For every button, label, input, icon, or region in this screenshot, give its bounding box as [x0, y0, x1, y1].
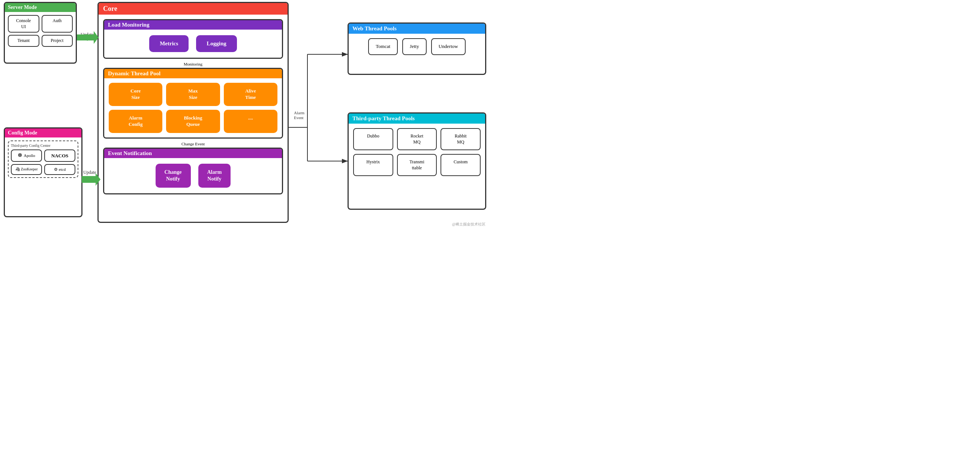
sm-console-ui: ConsoleUI — [8, 15, 39, 33]
sm-tenant: Tenant — [8, 35, 39, 47]
dp-core-size: CoreSize — [109, 83, 162, 106]
svg-text:Alarm: Alarm — [294, 111, 305, 115]
monitoring-label: Monitoring — [103, 62, 283, 66]
wtp-jetty: Jetty — [402, 38, 426, 55]
apollo-icon: ☸ — [18, 152, 22, 159]
watermark: @稀土掘金技术社区 — [452, 222, 485, 227]
wtp-tomcat: Tomcat — [368, 38, 398, 55]
core-body: Load Monitoring Metrics Logging Monitori… — [99, 14, 288, 199]
tpp-hystrix: Hystrix — [353, 154, 393, 176]
alarm-notify-btn: AlarmNotify — [198, 164, 231, 188]
event-notification-header: Event Notification — [104, 149, 282, 158]
change-event-label: Change Event — [103, 141, 283, 146]
load-monitoring-section: Load Monitoring Metrics Logging — [103, 19, 283, 59]
dp-alarm-config: AlarmConfig — [109, 110, 162, 133]
svg-text:Update: Update — [83, 170, 96, 175]
third-party-config-center: Third-party Config Center ☸Apollo NACOS … — [8, 141, 78, 178]
event-notification-body: ChangeNotify AlarmNotify — [104, 158, 282, 193]
load-monitoring-body: Metrics Logging — [104, 30, 282, 58]
third-party-pools-box: Third-party Thread Pools Dubbo RocketMQ … — [348, 113, 486, 210]
event-notification-section: Event Notification ChangeNotify AlarmNot… — [103, 148, 283, 194]
core-box: Core Load Monitoring Metrics Logging Mon… — [97, 2, 289, 223]
tpp-rabbitmq: RabbitMQ — [441, 128, 480, 150]
sm-project: Project — [41, 35, 73, 47]
wtp-undertow: Undertow — [431, 38, 466, 55]
dynamic-pool-header: Dynamic Thread Pool — [104, 69, 282, 78]
third-party-pools-header: Third-party Thread Pools — [348, 114, 485, 124]
tpp-dubbo: Dubbo — [353, 128, 393, 150]
logging-btn: Logging — [196, 35, 237, 52]
config-nacos: NACOS — [44, 149, 75, 162]
dynamic-pool-body: CoreSize MaxSize AliveTime AlarmConfig B… — [104, 78, 282, 138]
metrics-btn: Metrics — [149, 35, 189, 52]
dp-alive-time: AliveTime — [224, 83, 277, 106]
svg-text:Update: Update — [81, 32, 94, 37]
server-mode-header: Server Mode — [5, 3, 76, 12]
dp-max-size: MaxSize — [166, 83, 220, 106]
dp-blocking-queue: BlockingQueue — [166, 110, 220, 133]
dp-more: .... — [224, 110, 277, 133]
svg-text:Event: Event — [294, 115, 304, 120]
diagram: Server Mode ConsoleUI Auth Tenant Projec… — [0, 0, 490, 230]
zookeeper-icon: 🦓 — [15, 167, 20, 171]
server-mode-body: ConsoleUI Auth Tenant Project — [5, 12, 76, 50]
web-thread-pools-header: Web Thread Pools — [348, 24, 485, 34]
core-header: Core — [99, 3, 288, 14]
third-party-pools-body: Dubbo RocketMQ RabbitMQ Hystrix Transmit… — [348, 124, 485, 181]
load-monitoring-header: Load Monitoring — [104, 20, 282, 30]
config-zookeeper: 🦓ZooKeeper — [11, 164, 42, 175]
config-etcd: ⚙etcd — [44, 164, 75, 175]
tpp-transmittable: Transmittable — [397, 154, 437, 176]
server-mode-box: Server Mode ConsoleUI Auth Tenant Projec… — [4, 2, 77, 64]
web-thread-pools-box: Web Thread Pools Tomcat Jetty Undertow — [348, 22, 486, 75]
config-apollo: ☸Apollo — [11, 149, 42, 162]
config-mode-box: Config Mode Third-party Config Center ☸A… — [4, 127, 83, 217]
change-notify-btn: ChangeNotify — [156, 164, 191, 188]
tpp-rocketmq: RocketMQ — [397, 128, 437, 150]
svg-marker-4 — [77, 31, 99, 44]
web-thread-pools-body: Tomcat Jetty Undertow — [348, 34, 485, 60]
dynamic-pool-section: Dynamic Thread Pool CoreSize MaxSize Ali… — [103, 68, 283, 139]
tpp-custom: Custom — [441, 154, 480, 176]
config-grid: ☸Apollo NACOS 🦓ZooKeeper ⚙etcd — [11, 149, 75, 175]
etcd-icon: ⚙ — [54, 167, 58, 172]
config-mode-header: Config Mode — [5, 128, 81, 138]
config-mode-body: Third-party Config Center ☸Apollo NACOS … — [5, 138, 81, 181]
third-party-config-label: Third-party Config Center — [11, 143, 75, 148]
sm-auth: Auth — [41, 15, 73, 33]
